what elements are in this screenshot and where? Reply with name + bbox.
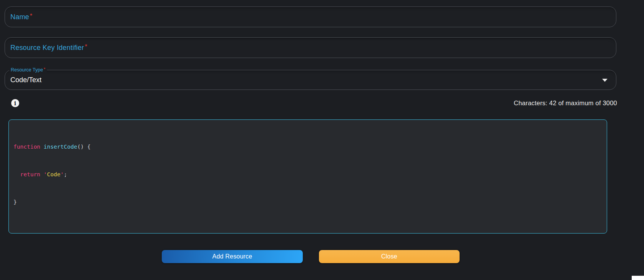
resource-type-value: Code/Text bbox=[10, 76, 41, 84]
code-token-quote: ' bbox=[60, 171, 64, 177]
name-input[interactable]: Name* bbox=[5, 7, 616, 27]
info-icon[interactable]: i bbox=[11, 99, 19, 107]
code-line: } bbox=[13, 197, 602, 207]
close-button[interactable]: Close bbox=[319, 250, 460, 263]
resource-type-label: Resource Type* bbox=[9, 66, 47, 73]
character-counter: Characters: 42 of maximum of 3000 bbox=[514, 99, 617, 107]
name-label: Name* bbox=[10, 13, 32, 21]
code-line: function insertCode() { bbox=[13, 142, 602, 151]
code-token-plain bbox=[40, 171, 44, 177]
add-resource-button[interactable]: Add Resource bbox=[162, 250, 303, 263]
resource-key-label: Resource Key Identifier* bbox=[10, 44, 87, 52]
code-token-plain: } bbox=[13, 199, 17, 205]
code-token-plain bbox=[40, 144, 44, 150]
code-token-plain bbox=[13, 171, 20, 177]
required-marker: * bbox=[44, 67, 45, 71]
corner-artifact bbox=[632, 276, 644, 280]
chevron-down-icon bbox=[602, 79, 607, 82]
code-token-keyword: return bbox=[20, 171, 40, 177]
code-token-keyword: function bbox=[13, 144, 40, 150]
code-editor[interactable]: function insertCode() { return 'Code'; } bbox=[8, 119, 607, 234]
resource-type-select[interactable]: Resource Type* Code/Text bbox=[5, 70, 616, 90]
code-token-plain: ; bbox=[64, 171, 67, 177]
code-line: return 'Code'; bbox=[13, 170, 602, 179]
required-marker: * bbox=[85, 43, 87, 50]
add-resource-form: Name* Resource Key Identifier* Resource … bbox=[0, 0, 644, 280]
info-icon-glyph: i bbox=[14, 100, 16, 106]
required-marker: * bbox=[30, 13, 32, 19]
code-token-function: insertCode bbox=[44, 144, 77, 150]
resource-key-input[interactable]: Resource Key Identifier* bbox=[5, 37, 616, 58]
code-token-string: Code bbox=[47, 171, 60, 177]
code-token-plain: () { bbox=[77, 144, 91, 150]
